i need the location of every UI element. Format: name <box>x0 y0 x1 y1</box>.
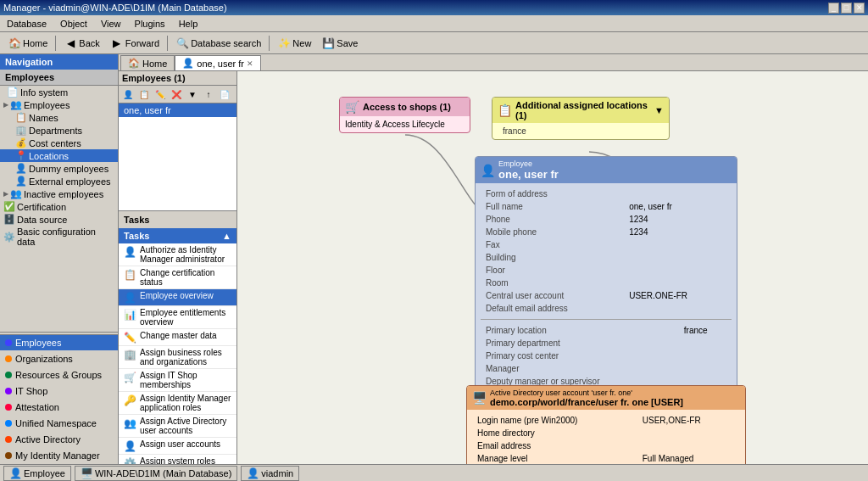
sidebar-item-basic-config[interactable]: ⚙️ Basic configuration data <box>0 226 118 248</box>
task-employee-overview[interactable]: 👤 Employee overview <box>119 289 236 306</box>
task-system-roles[interactable]: ⚙️ Assign system roles <box>119 455 236 464</box>
status-db-icon: 🖥️ <box>81 467 93 479</box>
tasks-label: Tasks <box>119 211 236 228</box>
emp-tool-btn-3[interactable]: ✏️ <box>153 87 168 101</box>
new-button[interactable]: ✨ New <box>273 34 315 53</box>
tab-bar: 🏠 Home 👤 one, user fr ✕ <box>119 54 868 71</box>
emp-tool-btn-filter[interactable]: ▼ <box>185 87 200 101</box>
home-button[interactable]: 🏠 Home <box>3 34 52 53</box>
new-icon: ✨ <box>277 36 291 50</box>
ad-dot <box>5 436 12 443</box>
status-user: 👤 viadmin <box>241 466 299 481</box>
locations-card[interactable]: 📋 Additional assigned locations (1) ▼ fr… <box>492 97 670 140</box>
close-button[interactable]: ✕ <box>854 3 865 14</box>
menu-view[interactable]: View <box>97 17 125 31</box>
menu-database[interactable]: Database <box>3 17 50 31</box>
sidebar-item-info-system[interactable]: 📄 Info system <box>0 86 118 98</box>
forward-button[interactable]: ▶ Forward <box>106 34 164 53</box>
sidebar-bottom-employees[interactable]: Employees <box>0 335 118 351</box>
save-icon: 💾 <box>321 36 335 50</box>
sidebar-item-locations[interactable]: 📍 Locations <box>0 149 118 162</box>
task-ad-accounts[interactable]: 👥 Assign Active Directory user accounts <box>119 415 236 438</box>
emp-tool-btn-1[interactable]: 👤 <box>120 87 136 101</box>
task-itshop[interactable]: 🛒 Assign IT Shop memberships <box>119 369 236 392</box>
employee-card-table-1: Form of address Full nameone, user fr Ph… <box>481 187 732 316</box>
sidebar-bottom-itshop[interactable]: IT Shop <box>0 383 118 400</box>
sidebar-item-names[interactable]: 📋 Names <box>0 111 118 124</box>
locations-card-menu-icon: ▼ <box>654 105 664 115</box>
sidebar-bottom-myidm[interactable]: My Identity Manager <box>0 448 118 464</box>
task-icon-business: 🏢 <box>124 349 136 361</box>
status-bar: 👤 Employee 🖥️ WIN-ADE\D1IM (Main Databas… <box>0 464 868 481</box>
sidebar-item-departments[interactable]: 🏢 Departments <box>0 124 118 137</box>
emp-tool-btn-5[interactable]: ↑ <box>201 87 216 101</box>
sidebar-item-cost-centers[interactable]: 💰 Cost centers <box>0 137 118 149</box>
access-card-icon: 🛒 <box>345 100 359 114</box>
minimize-button[interactable]: _ <box>828 3 839 14</box>
sidebar-item-dummy-employees[interactable]: 👤 Dummy employees <box>0 162 118 175</box>
expand-icon-inactive: ▶ <box>3 190 8 198</box>
database-search-button[interactable]: 🔍 Database search <box>171 34 265 53</box>
tasks-collapse-icon: ▲ <box>222 231 231 241</box>
tab-area: 🏠 Home 👤 one, user fr ✕ Employees (1) 👤 … <box>119 54 868 464</box>
task-entitlements[interactable]: 📊 Employee entitlements overview <box>119 306 236 329</box>
sidebar-bottom-attestation[interactable]: Attestation <box>0 400 118 416</box>
sidebar-bottom-nav: Employees Organizations Resources & Grou… <box>0 334 118 464</box>
back-icon: ◀ <box>64 36 77 50</box>
status-database: 🖥️ WIN-ADE\D1IM (Main Database) <box>75 466 237 481</box>
task-business-roles[interactable]: 🏢 Assign business roles and organization… <box>119 346 236 369</box>
maximize-button[interactable]: □ <box>841 3 852 14</box>
emp-tool-btn-2[interactable]: 📋 <box>136 87 152 101</box>
ad-card-small-header: Active Directory user account 'user fr. … <box>490 389 683 397</box>
tab-user[interactable]: 👤 one, user fr ✕ <box>175 55 261 70</box>
employee-card-name: one, user fr <box>498 168 559 181</box>
employee-card-label: Employee <box>498 159 559 168</box>
window-controls[interactable]: _ □ ✕ <box>828 3 865 14</box>
task-idm-roles[interactable]: 🔑 Assign Identity Manager application ro… <box>119 392 236 415</box>
tab-home[interactable]: 🏠 Home <box>120 55 175 70</box>
menu-help[interactable]: Help <box>175 17 202 31</box>
sidebar-item-certification[interactable]: ✅ Certification <box>0 200 118 213</box>
unified-dot <box>5 420 12 427</box>
ad-card-table: Login name (pre Win2000)USER,ONE-FR Home… <box>472 413 740 464</box>
task-icon-entitlements: 📊 <box>124 309 136 321</box>
sidebar-bottom-resources[interactable]: Resources & Groups <box>0 367 118 383</box>
sidebar-section-employees[interactable]: Employees <box>0 70 118 86</box>
main-layout: Navigation Employees 📄 Info system ▶ 👥 E… <box>0 54 868 464</box>
toolbar-sep-3 <box>269 36 270 51</box>
task-user-accounts[interactable]: 👤 Assign user accounts <box>119 438 236 455</box>
sidebar-item-inactive-employees[interactable]: ▶ 👥 Inactive employees <box>0 187 118 200</box>
back-button[interactable]: ◀ Back <box>59 34 103 53</box>
sidebar-item-data-source[interactable]: 🗄️ Data source <box>0 213 118 226</box>
task-icon-user-accounts: 👤 <box>124 440 136 452</box>
locations-card-icon: 📋 <box>498 103 512 117</box>
ad-card[interactable]: 🖥️ Active Directory user account 'user f… <box>466 385 746 464</box>
task-icon-itshop: 🛒 <box>124 372 136 383</box>
ad-card-title: demo.corp/world/france/user fr. one [USE… <box>490 397 683 407</box>
diagram-area: 🛒 Access to shops (1) Identity & Access … <box>237 71 868 464</box>
myidm-dot <box>5 452 12 459</box>
access-card[interactable]: 🛒 Access to shops (1) Identity & Access … <box>339 97 470 133</box>
tab-content: Employees (1) 👤 📋 ✏️ ❌ ▼ ↑ 📄 one, user f… <box>119 71 868 464</box>
save-button[interactable]: 💾 Save <box>317 34 362 53</box>
tasks-box-header[interactable]: Tasks ▲ <box>119 228 236 243</box>
status-employee-icon: 👤 <box>9 467 22 479</box>
menu-plugins[interactable]: Plugins <box>131 17 169 31</box>
menu-object[interactable]: Object <box>57 17 91 31</box>
emp-tool-btn-6[interactable]: 📄 <box>217 87 232 101</box>
tab-close-button[interactable]: ✕ <box>247 59 253 68</box>
status-user-icon: 👤 <box>247 467 259 479</box>
task-authorize[interactable]: 👤 Authorize as Identity Manager administ… <box>119 243 236 266</box>
sidebar-bottom-ad[interactable]: Active Directory <box>0 432 118 448</box>
employee-item-one-user-fr[interactable]: one, user fr <box>119 103 236 117</box>
sidebar-item-employees[interactable]: ▶ 👥 Employees <box>0 98 118 111</box>
database-search-icon: 🔍 <box>175 36 189 50</box>
task-certification[interactable]: 📋 Change certification status <box>119 266 236 289</box>
sidebar-bottom-organizations[interactable]: Organizations <box>0 351 118 367</box>
sidebar-item-external-employees[interactable]: 👤 External employees <box>0 175 118 187</box>
itshop-dot <box>5 388 12 394</box>
task-change-master[interactable]: ✏️ Change master data <box>119 329 236 346</box>
sidebar-bottom-unified[interactable]: Unified Namespace <box>0 416 118 432</box>
task-icon-authorize: 👤 <box>124 246 136 258</box>
emp-tool-btn-4[interactable]: ❌ <box>169 87 184 101</box>
